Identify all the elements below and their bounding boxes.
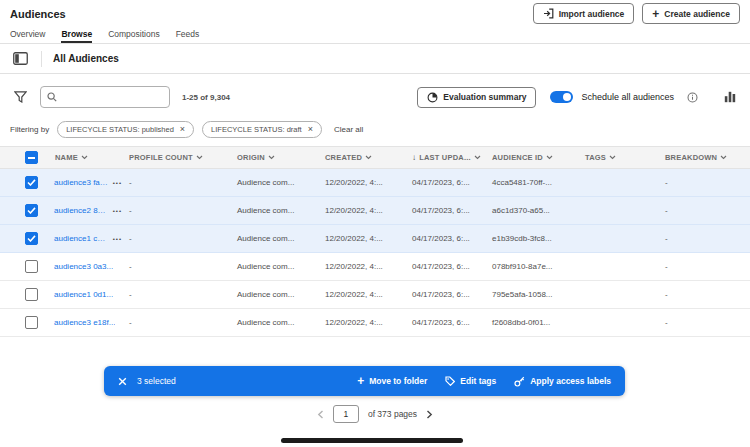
table-row[interactable]: audience1 0d1... ••• - Audience com... 1…: [0, 281, 750, 309]
table-row[interactable]: audience3 fa4... ••• - Audience com... 1…: [0, 169, 750, 197]
table-row[interactable]: audience1 c62... ••• - Audience com... 1…: [0, 225, 750, 253]
audience-name-link[interactable]: audience3 e18f...: [54, 318, 115, 327]
more-actions-button[interactable]: •••: [113, 208, 122, 214]
horizontal-scrollbar[interactable]: [281, 438, 463, 443]
row-checkbox[interactable]: [25, 204, 38, 217]
audience-name-cell: audience2 863... •••: [48, 206, 122, 215]
result-count: 1-25 of 9,304: [182, 93, 230, 102]
search-box: [40, 86, 170, 108]
schedule-toggle-label: Schedule all audiences: [581, 92, 674, 102]
info-icon[interactable]: [682, 87, 702, 107]
check-icon: [27, 179, 36, 186]
tab-bar: Overview Browse Compositions Feeds: [0, 27, 750, 44]
key-icon: [514, 376, 525, 387]
view-settings-icon[interactable]: [720, 87, 740, 107]
audience-name-link[interactable]: audience3 fa4...: [54, 178, 109, 187]
audience-name-link[interactable]: audience3 0a3...: [54, 262, 113, 271]
column-header-last-upda-[interactable]: ↓ LAST UPDA...: [405, 153, 485, 162]
import-audience-button[interactable]: Import audience: [533, 3, 635, 24]
origin-cell: Audience com...: [230, 318, 318, 327]
column-label: PROFILE COUNT: [129, 153, 193, 162]
clear-all-filters[interactable]: Clear all: [334, 125, 363, 134]
divider: [41, 51, 42, 67]
section-title: All Audiences: [53, 53, 119, 64]
column-header-name[interactable]: NAME: [48, 153, 122, 162]
tab-browse[interactable]: Browse: [61, 27, 92, 43]
origin-cell: Audience com...: [230, 206, 318, 215]
apply-access-labels-button[interactable]: Apply access labels: [514, 376, 611, 387]
remove-filter-icon[interactable]: ×: [180, 125, 185, 134]
close-icon: [118, 377, 127, 386]
table-row[interactable]: audience2 863... ••• - Audience com... 1…: [0, 197, 750, 225]
table-row[interactable]: audience3 e18f... ••• - Audience com... …: [0, 309, 750, 337]
filter-bar: Filtering by LIFECYCLE STATUS: published…: [10, 121, 740, 138]
filter-chip-published[interactable]: LIFECYCLE STATUS: published ×: [57, 121, 194, 138]
last-updated-cell: 04/17/2023, 6:...: [405, 318, 485, 327]
more-actions-button[interactable]: •••: [113, 180, 122, 186]
breakdown-cell: -: [658, 206, 750, 215]
column-header-audience-id[interactable]: AUDIENCE ID: [485, 153, 578, 162]
bulk-action-bar: 3 selected + Move to folder Edit tags Ap…: [104, 366, 625, 396]
more-actions-button[interactable]: •••: [113, 236, 122, 242]
page-total-label: of 373 pages: [368, 409, 417, 419]
filtering-by-label: Filtering by: [10, 125, 49, 134]
column-header-origin[interactable]: ORIGIN: [230, 153, 318, 162]
row-checkbox[interactable]: [25, 316, 38, 329]
column-header-tags[interactable]: TAGS: [578, 153, 658, 162]
row-checkbox[interactable]: [25, 288, 38, 301]
schedule-all-toggle[interactable]: [550, 91, 573, 103]
column-label: LAST UPDA...: [419, 153, 471, 162]
audience-name-link[interactable]: audience1 0d1...: [54, 290, 113, 299]
chevron-down-icon: [268, 155, 275, 160]
profile-count-cell: -: [122, 234, 230, 243]
tab-compositions[interactable]: Compositions: [108, 27, 160, 43]
column-label: CREATED: [325, 153, 362, 162]
create-audience-label: Create audience: [664, 9, 730, 19]
pagination: of 373 pages: [0, 404, 750, 424]
origin-cell: Audience com...: [230, 262, 318, 271]
origin-cell: Audience com...: [230, 178, 318, 187]
column-label: TAGS: [585, 153, 606, 162]
page-number-input[interactable]: [333, 405, 359, 423]
last-updated-cell: 04/17/2023, 6:...: [405, 206, 485, 215]
audience-name-cell: audience3 fa4... •••: [48, 178, 122, 187]
check-icon: [27, 207, 36, 214]
chevron-down-icon: [81, 155, 88, 160]
audience-name-link[interactable]: audience1 c62...: [54, 234, 109, 243]
check-icon: [27, 235, 36, 242]
column-header-breakdown[interactable]: BREAKDOWN: [658, 153, 750, 162]
create-audience-button[interactable]: + Create audience: [642, 3, 740, 24]
search-input[interactable]: [62, 92, 163, 102]
remove-filter-icon[interactable]: ×: [308, 125, 313, 134]
deselect-all-button[interactable]: [118, 377, 127, 386]
audience-name-cell: audience3 0a3... •••: [48, 262, 122, 271]
column-header-created[interactable]: CREATED: [318, 153, 405, 162]
previous-page-button[interactable]: [317, 410, 324, 419]
table-row[interactable]: audience3 0a3... ••• - Audience com... 1…: [0, 253, 750, 281]
evaluation-summary-button[interactable]: Evaluation summary: [417, 87, 536, 108]
tab-overview[interactable]: Overview: [10, 27, 45, 43]
column-header-profile-count[interactable]: PROFILE COUNT: [122, 153, 230, 162]
filter-icon[interactable]: [10, 87, 30, 107]
created-cell: 12/20/2022, 4:...: [318, 234, 405, 243]
created-cell: 12/20/2022, 4:...: [318, 318, 405, 327]
edit-tags-button[interactable]: Edit tags: [445, 376, 496, 386]
left-rail-toggle-icon[interactable]: [10, 50, 30, 68]
select-all-checkbox[interactable]: [25, 151, 38, 164]
filter-chip-draft[interactable]: LIFECYCLE STATUS: draft ×: [202, 121, 322, 138]
row-checkbox[interactable]: [25, 232, 38, 245]
created-cell: 12/20/2022, 4:...: [318, 262, 405, 271]
audience-id-cell: e1b39cdb-3fc8...: [485, 234, 578, 243]
page-title: Audiences: [10, 8, 66, 20]
profile-count-cell: -: [122, 290, 230, 299]
tab-feeds[interactable]: Feeds: [176, 27, 200, 43]
edit-tags-label: Edit tags: [460, 376, 496, 386]
toolbar: 1-25 of 9,304 Evaluation summary Schedul…: [10, 84, 740, 110]
audience-name-link[interactable]: audience2 863...: [54, 206, 109, 215]
row-checkbox[interactable]: [25, 176, 38, 189]
tag-icon: [445, 376, 455, 386]
next-page-button[interactable]: [426, 410, 433, 419]
move-to-folder-button[interactable]: + Move to folder: [357, 376, 427, 386]
row-checkbox[interactable]: [25, 260, 38, 273]
breakdown-cell: -: [658, 318, 750, 327]
